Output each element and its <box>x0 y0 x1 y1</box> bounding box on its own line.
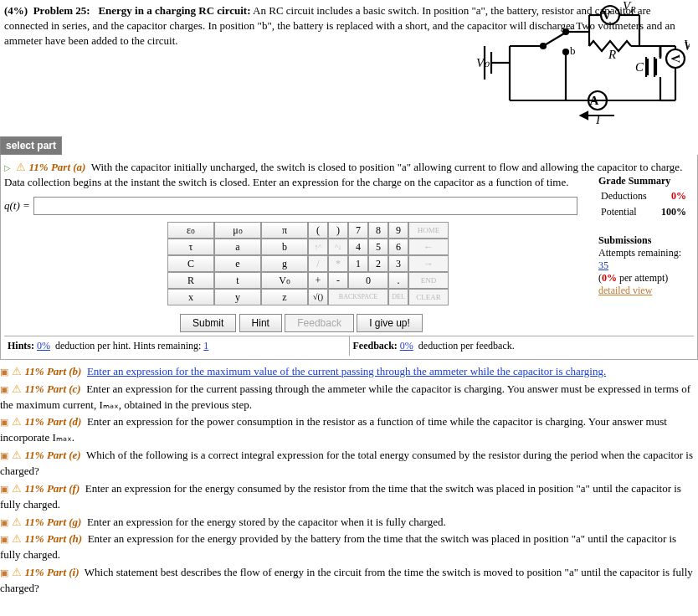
part-g-percent: 11% <box>25 516 44 528</box>
part-d-row[interactable]: ▣ ⚠ 11% Part (d) Enter an expression for… <box>0 413 698 447</box>
part-d-text: Enter an expression for the power consum… <box>0 415 667 444</box>
potential-value: 100% <box>656 205 687 219</box>
key-e[interactable]: e <box>214 255 261 272</box>
part-e-text: Which of the following is a correct inte… <box>0 449 693 477</box>
key-del[interactable]: DEL <box>388 289 408 305</box>
collapse-icon[interactable]: ▣ <box>0 516 9 530</box>
key-backspace[interactable]: BACKSPACE <box>328 289 388 305</box>
select-part-tab[interactable]: select part <box>0 136 62 155</box>
part-b-percent: 11% <box>25 365 44 377</box>
key-cap-c[interactable]: C <box>167 255 214 272</box>
collapse-icon[interactable]: ▣ <box>0 567 9 580</box>
collapse-icon[interactable]: ▣ <box>0 416 9 429</box>
key-x[interactable]: x <box>167 289 214 305</box>
key-dot[interactable]: . <box>388 272 408 289</box>
key-eps0[interactable]: ε₀ <box>167 222 214 239</box>
submit-button[interactable]: Submit <box>180 314 236 332</box>
key-plus[interactable]: + <box>308 272 328 289</box>
collapse-icon[interactable]: ▣ <box>0 449 9 463</box>
part-g-label: Part (g) <box>47 516 82 528</box>
key-up[interactable]: ↑^ <box>308 239 328 255</box>
key-right[interactable]: → <box>408 255 449 272</box>
key-left[interactable]: ← <box>408 239 449 255</box>
hints-info: Hints: 0% deduction per hint. Hints rema… <box>4 336 350 356</box>
key-4[interactable]: 4 <box>348 239 368 255</box>
key-6[interactable]: 6 <box>388 239 408 255</box>
label-c: C <box>635 60 644 74</box>
key-0[interactable]: 0 <box>348 272 388 289</box>
svg-text:V: V <box>684 39 690 53</box>
deductions-value: 0% <box>656 189 687 203</box>
key-sqrt[interactable]: √() <box>308 289 328 305</box>
part-a-percent: 11% <box>29 161 49 173</box>
collapse-icon[interactable]: ▣ <box>0 533 9 547</box>
feedback-info: Feedback: 0% deduction per feedback. <box>350 336 695 356</box>
key-8[interactable]: 8 <box>368 222 388 239</box>
key-minus[interactable]: - <box>328 272 348 289</box>
collapse-icon[interactable]: ▣ <box>0 483 9 496</box>
svg-line-7 <box>543 33 564 46</box>
warn-icon: ⚠ <box>12 482 22 495</box>
part-d-percent: 11% <box>25 415 44 428</box>
key-5[interactable]: 5 <box>368 239 388 255</box>
key-lparen[interactable]: ( <box>308 222 328 239</box>
warn-icon: ⚠ <box>12 382 22 395</box>
key-3[interactable]: 3 <box>388 255 408 272</box>
key-home[interactable]: HOME <box>408 222 449 239</box>
part-c-row[interactable]: ▣ ⚠ 11% Part (c) Enter an expression for… <box>0 381 698 414</box>
collapse-icon[interactable]: ▣ <box>0 366 9 379</box>
deductions-label: Deductions <box>600 189 654 203</box>
svg-text:V: V <box>669 54 681 63</box>
part-i-label: Part (i) <box>47 566 80 578</box>
key-end[interactable]: END <box>408 272 449 289</box>
key-r[interactable]: R <box>167 272 214 289</box>
svg-text:R: R <box>629 4 636 14</box>
svg-text:A: A <box>590 94 599 107</box>
key-7[interactable]: 7 <box>348 222 368 239</box>
key-down[interactable]: ^↓ <box>328 239 348 255</box>
svg-point-8 <box>541 44 546 49</box>
key-1[interactable]: 1 <box>348 255 368 272</box>
submissions-label: Submissions <box>598 234 689 247</box>
hint-button[interactable]: Hint <box>239 314 282 332</box>
label-v0: V₀ <box>476 56 490 69</box>
part-g-row[interactable]: ▣ ⚠ 11% Part (g) Enter an expression for… <box>0 514 698 531</box>
grade-title: Grade Summary <box>598 175 689 187</box>
part-b-row[interactable]: ▣ ⚠ 11% Part (b) Enter an expression for… <box>0 363 698 381</box>
key-9[interactable]: 9 <box>388 222 408 239</box>
part-b-text: Enter an expression for the maximum valu… <box>87 365 606 377</box>
key-t[interactable]: t <box>214 272 261 289</box>
formula-lhs: q(t) = <box>4 199 30 213</box>
key-y[interactable]: y <box>214 289 261 305</box>
attempts-value[interactable]: 35 <box>598 259 608 271</box>
key-tau[interactable]: τ <box>167 239 214 255</box>
key-a[interactable]: a <box>214 239 261 255</box>
potential-label: Potential <box>600 205 654 219</box>
problem-weight: (4%) <box>4 4 28 17</box>
label-i: I <box>595 113 601 126</box>
collapse-icon[interactable]: ▣ <box>0 383 9 397</box>
part-f-percent: 11% <box>25 482 44 495</box>
part-e-row[interactable]: ▣ ⚠ 11% Part (e) Which of the following … <box>0 447 698 480</box>
giveup-button[interactable]: I give up! <box>357 314 423 332</box>
key-mu0[interactable]: μ₀ <box>214 222 261 239</box>
key-g[interactable]: g <box>261 255 308 272</box>
key-rparen[interactable]: ) <box>328 222 348 239</box>
part-h-row[interactable]: ▣ ⚠ 11% Part (h) Enter an expression for… <box>0 531 698 564</box>
warn-icon: ⚠ <box>12 532 22 545</box>
key-2[interactable]: 2 <box>368 255 388 272</box>
feedback-button: Feedback <box>285 314 354 332</box>
formula-input[interactable] <box>33 197 577 215</box>
key-v0[interactable]: V₀ <box>261 272 308 289</box>
key-mul[interactable]: * <box>328 255 348 272</box>
detailed-view-link[interactable]: detailed view <box>598 285 689 297</box>
part-i-row[interactable]: ▣ ⚠ 11% Part (i) Which statement best de… <box>0 564 698 598</box>
part-f-row[interactable]: ▣ ⚠ 11% Part (f) Enter an expression for… <box>0 480 698 514</box>
key-clear[interactable]: CLEAR <box>408 289 449 305</box>
key-pi[interactable]: π <box>261 222 308 239</box>
key-z[interactable]: z <box>261 289 308 305</box>
key-b[interactable]: b <box>261 239 308 255</box>
problem-number: Problem 25: <box>33 4 90 17</box>
key-div[interactable]: / <box>308 255 328 272</box>
warn-icon: ⚠ <box>12 449 22 461</box>
